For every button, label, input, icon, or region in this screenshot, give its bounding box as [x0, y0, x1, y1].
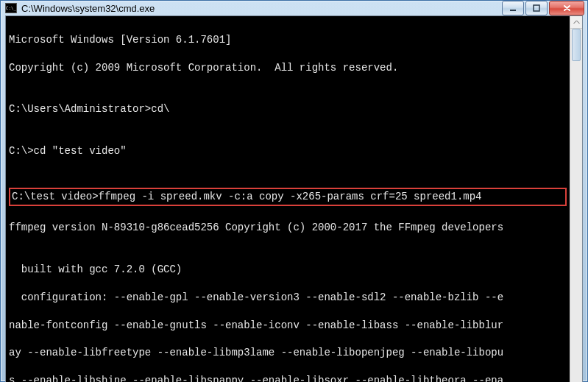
chevron-up-icon — [573, 20, 580, 24]
console-output[interactable]: Microsoft Windows [Version 6.1.7601] Cop… — [6, 16, 570, 382]
output-line: ay --enable-libfreetype --enable-libmp3l… — [9, 346, 567, 360]
svg-rect-0 — [510, 10, 516, 11]
minimize-button[interactable] — [502, 1, 524, 15]
output-line: configuration: --enable-gpl --enable-ver… — [9, 291, 567, 305]
window-controls — [502, 1, 584, 15]
window-frame: C:\Windows\system32\cmd.exe Microsoft Wi… — [0, 0, 588, 382]
scroll-thumb[interactable] — [572, 29, 581, 61]
output-line: C:\>cd "test video" — [9, 144, 567, 158]
highlighted-command: C:\test video>ffmpeg -i spreed.mkv -c:a … — [9, 188, 567, 206]
maximize-button[interactable] — [525, 1, 548, 15]
output-line: Microsoft Windows [Version 6.1.7601] — [9, 33, 567, 47]
close-icon — [563, 4, 571, 12]
output-line: nable-fontconfig --enable-gnutls --enabl… — [9, 319, 567, 333]
output-line: Copyright (c) 2009 Microsoft Corporation… — [9, 61, 567, 75]
svg-rect-1 — [534, 5, 539, 11]
output-line: C:\Users\Administrator>cd\ — [9, 102, 567, 116]
output-line: built with gcc 7.2.0 (GCC) — [9, 263, 567, 277]
minimize-icon — [509, 4, 517, 12]
scroll-up-button[interactable] — [570, 16, 582, 29]
output-line: ffmpeg version N-89310-g86cead5256 Copyr… — [9, 221, 567, 235]
vertical-scrollbar[interactable] — [570, 16, 582, 382]
output-line: s --enable-libshine --enable-libsnappy -… — [9, 374, 567, 382]
cmd-icon — [5, 3, 17, 13]
close-button[interactable] — [549, 1, 584, 15]
client-area: Microsoft Windows [Version 6.1.7601] Cop… — [5, 15, 583, 382]
title-bar[interactable]: C:\Windows\system32\cmd.exe — [1, 1, 587, 15]
maximize-icon — [533, 4, 540, 12]
window-title: C:\Windows\system32\cmd.exe — [21, 3, 502, 14]
scroll-track[interactable] — [570, 29, 582, 382]
